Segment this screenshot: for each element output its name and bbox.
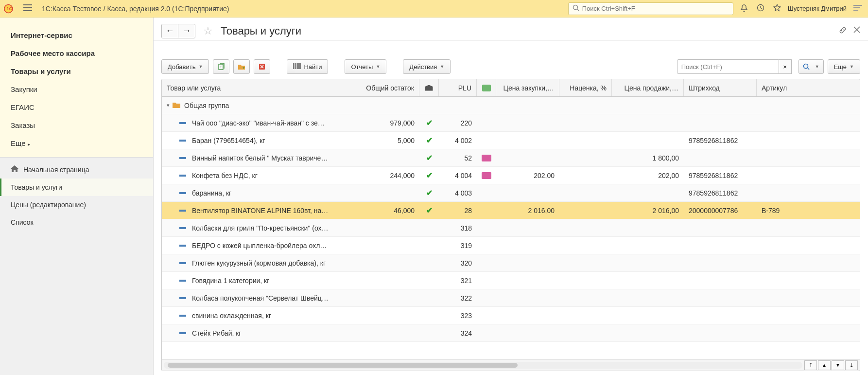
expand-icon[interactable]: ▾ <box>167 102 170 108</box>
nav-back-button[interactable]: ← <box>162 24 178 38</box>
col-plu[interactable]: PLU <box>439 79 477 96</box>
delete-button[interactable] <box>254 59 270 74</box>
global-search-input[interactable] <box>582 5 729 12</box>
cell-article <box>757 114 825 131</box>
star-icon[interactable] <box>773 4 781 13</box>
cell-scale <box>477 184 496 201</box>
chevron-down-icon: ▼ <box>198 64 203 69</box>
col-margin[interactable]: Наценка, % <box>559 79 612 96</box>
cell-sell <box>612 219 684 236</box>
add-button[interactable]: Добавить▼ <box>161 59 209 74</box>
sidebar-item-cashier[interactable]: Рабочее место кассира <box>11 44 153 62</box>
favorite-star-icon[interactable]: ☆ <box>203 25 213 37</box>
table-row[interactable]: Глютен кукурузный (кормовая добавка), кг… <box>162 254 860 272</box>
table-row[interactable]: Винный напиток белый " Мускат тавриче…✔5… <box>162 149 860 167</box>
search-dropdown-button[interactable]: ▼ <box>799 59 824 74</box>
table-row[interactable]: Баран (7796514654), кг5,000✔4 0029785926… <box>162 132 860 149</box>
sidebar-mid-goods[interactable]: Товары и услуги <box>0 179 153 196</box>
col-article[interactable]: Артикул <box>757 79 825 96</box>
sidebar-item-orders[interactable]: Заказы <box>11 116 153 134</box>
cell-article <box>757 184 825 201</box>
close-icon[interactable] <box>853 26 860 36</box>
col-stock[interactable]: Общий остаток <box>356 79 419 96</box>
cell-sell <box>612 324 684 341</box>
horizontal-scrollbar[interactable] <box>164 362 802 369</box>
sidebar-item-goods[interactable]: Товары и услуги <box>11 62 153 80</box>
table-row[interactable]: баранина, кг✔4 0039785926811862 <box>162 184 860 202</box>
col-scale[interactable] <box>477 79 496 96</box>
link-icon[interactable] <box>839 26 847 36</box>
table-row[interactable]: Конфета без НДС, кг244,000✔4 004202,0020… <box>162 167 860 184</box>
cell-name: баранина, кг <box>192 189 231 197</box>
clear-search-button[interactable]: × <box>779 59 792 74</box>
add-folder-button[interactable]: + <box>233 59 250 74</box>
first-row-button[interactable]: ⤒ <box>804 360 817 370</box>
col-buy[interactable]: Цена закупки,… <box>496 79 559 96</box>
item-icon <box>179 210 186 212</box>
table-row[interactable]: свинина охлажденная, кг323 <box>162 307 860 324</box>
find-button[interactable]: Найти <box>287 59 328 74</box>
nav-forward-button[interactable]: → <box>178 24 195 38</box>
bell-icon[interactable] <box>740 4 748 13</box>
scale-badge-icon <box>482 172 491 179</box>
cell-article <box>757 219 825 236</box>
next-row-button[interactable]: ▼ <box>832 360 844 370</box>
sidebar-item-internet-service[interactable]: Интернет-сервис <box>11 26 153 44</box>
more-button[interactable]: Еще▼ <box>828 59 860 74</box>
cell-scale <box>477 219 496 236</box>
reports-button[interactable]: Отчеты▼ <box>345 59 386 74</box>
sidebar-mid-prices[interactable]: Цены (редактирование) <box>0 196 153 214</box>
cell-barcode <box>684 254 757 271</box>
sidebar-item-purchases[interactable]: Закупки <box>11 80 153 98</box>
check-icon: ✔ <box>426 153 433 162</box>
sidebar-mid-list[interactable]: Список <box>0 214 153 231</box>
cell-buy: 202,00 <box>496 167 559 184</box>
last-row-button[interactable]: ⤓ <box>845 360 858 370</box>
sidebar-nav-top: Интернет-сервис Рабочее место кассира То… <box>0 18 153 157</box>
cell-margin <box>559 149 612 166</box>
table-row[interactable]: Колбаски для гриля "По-крестьянски" (ох…… <box>162 219 860 237</box>
cell-name: Говядина 1 категории, кг <box>192 277 269 285</box>
cell-sell <box>612 114 684 131</box>
global-search[interactable] <box>568 2 733 15</box>
sidebar: Интернет-сервис Рабочее место кассира То… <box>0 18 154 375</box>
table-row[interactable]: Говядина 1 категории, кг321 <box>162 272 860 289</box>
col-sell[interactable]: Цена продажи,… <box>612 79 684 96</box>
cell-margin <box>559 167 612 184</box>
col-box[interactable] <box>419 79 439 96</box>
cell-article <box>757 272 825 289</box>
cell-buy <box>496 272 559 289</box>
cell-barcode <box>684 237 757 254</box>
cell-buy <box>496 289 559 306</box>
main-content: ← → ☆ Товары и услуги Добавить▼ + + Найт… <box>154 18 868 375</box>
cell-stock: 979,000 <box>356 114 419 131</box>
cell-name: Винный напиток белый " Мускат тавриче… <box>192 154 328 162</box>
sidebar-mid-home[interactable]: Начальная страница <box>0 161 153 179</box>
table-row[interactable]: Вентилятор BINATONE ALPINE 160вт, на…46,… <box>162 202 860 219</box>
cell-plu: 4 004 <box>439 167 477 184</box>
table-search-input[interactable] <box>677 59 779 74</box>
folder-icon <box>173 102 180 109</box>
table-row[interactable]: БЕДРО с кожей цыпленка-бройлера охл…319 <box>162 237 860 254</box>
cell-sell <box>612 272 684 289</box>
menu-icon[interactable] <box>23 4 32 13</box>
col-name[interactable]: Товар или услуга <box>162 79 356 96</box>
table-group-row[interactable]: ▾ Общая группа <box>162 97 860 114</box>
copy-button[interactable]: + <box>213 59 229 74</box>
table-row[interactable]: Колбаса полукопченая "Сервелат Швейц…322 <box>162 289 860 307</box>
window-menu-icon[interactable] <box>853 4 862 13</box>
prev-row-button[interactable]: ▲ <box>818 360 831 370</box>
table-row[interactable]: Чай ооо "диас-эко" "иван-чай-иван" с зе…… <box>162 114 860 132</box>
actions-button[interactable]: Действия▼ <box>403 59 451 74</box>
cell-article <box>757 149 825 166</box>
table-row[interactable]: Стейк Рибай, кг324 <box>162 324 860 342</box>
sidebar-item-more[interactable]: Еще▸ <box>11 134 153 152</box>
history-icon[interactable] <box>757 4 764 13</box>
col-barcode[interactable]: Штрихкод <box>684 79 757 96</box>
cell-article: В-789 <box>757 202 825 219</box>
cell-barcode <box>684 307 757 324</box>
username[interactable]: Шустерняк Дмитрий <box>788 5 847 12</box>
sidebar-item-egais[interactable]: ЕГАИС <box>11 98 153 116</box>
table-search: × <box>677 59 792 74</box>
scale-badge-icon <box>482 155 491 161</box>
